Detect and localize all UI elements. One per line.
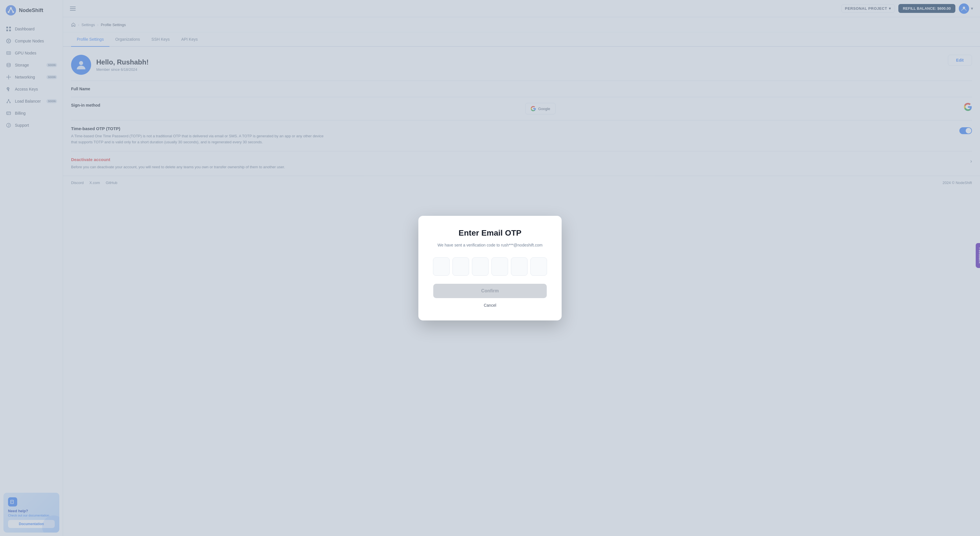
otp-input-1[interactable] xyxy=(433,258,450,276)
modal-overlay: Enter Email OTP We have sent a verificat… xyxy=(0,0,980,536)
otp-input-4[interactable] xyxy=(492,258,508,276)
confirm-button[interactable]: Confirm xyxy=(433,284,547,298)
otp-inputs-container xyxy=(433,258,547,276)
otp-input-2[interactable] xyxy=(452,258,469,276)
cancel-button[interactable]: Cancel xyxy=(484,303,496,307)
otp-input-5[interactable] xyxy=(511,258,528,276)
otp-modal: Enter Email OTP We have sent a verificat… xyxy=(418,216,562,320)
otp-input-3[interactable] xyxy=(472,258,488,276)
otp-input-6[interactable] xyxy=(530,258,547,276)
modal-title: Enter Email OTP xyxy=(433,229,547,238)
modal-subtitle: We have sent a verification code to rush… xyxy=(433,242,547,248)
